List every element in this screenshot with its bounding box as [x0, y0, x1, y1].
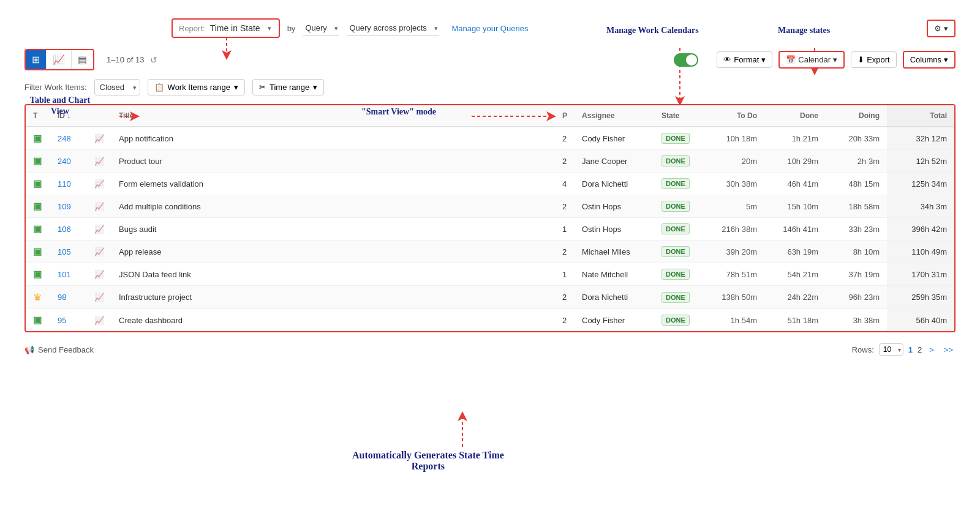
row-chart-icon[interactable]: 📈: [94, 157, 104, 166]
cell-chart-icon[interactable]: 📈: [87, 195, 111, 218]
cell-id[interactable]: 240: [50, 150, 87, 173]
state-badge: DONE: [662, 269, 690, 280]
cell-done: 146h 41m: [764, 218, 826, 241]
col-chart: [87, 105, 111, 127]
query-select[interactable]: Query: [303, 21, 339, 35]
columns-label: Columns: [910, 55, 941, 64]
cell-state: DONE: [654, 150, 703, 173]
smart-view-area: [674, 53, 698, 67]
cell-priority: 2: [555, 309, 575, 332]
state-badge: DONE: [662, 155, 690, 166]
cell-chart-icon[interactable]: 📈: [87, 218, 111, 241]
cell-id[interactable]: 95: [50, 309, 87, 332]
cell-id[interactable]: 248: [50, 127, 87, 150]
row-chart-icon[interactable]: 📈: [94, 134, 104, 143]
col-id[interactable]: ID ↓: [50, 105, 87, 127]
status-filter[interactable]: Closed Open All: [94, 79, 140, 95]
cell-todo: 216h 38m: [703, 218, 764, 241]
cell-assignee: Ostin Hops: [575, 195, 654, 218]
cell-chart-icon[interactable]: 📈: [87, 263, 111, 286]
report-select-wrapper[interactable]: Time in State: [210, 23, 273, 33]
page-2[interactable]: 2: [918, 345, 922, 354]
cell-state: DONE: [654, 218, 703, 241]
table-row: ▣ 105 📈 App release 2 Michael Miles DONE…: [26, 241, 954, 263]
row-chart-icon[interactable]: 📈: [94, 270, 104, 279]
last-page-btn[interactable]: >>: [941, 344, 956, 356]
status-filter-wrapper[interactable]: Closed Open All: [94, 79, 140, 95]
rows-per-page-select[interactable]: 10 25 50: [879, 343, 903, 356]
cell-id[interactable]: 106: [50, 218, 87, 241]
count-label: 1–10 of 13: [107, 55, 144, 64]
manage-queries-link[interactable]: Manage your Queries: [451, 24, 528, 33]
format-btn[interactable]: 👁 Format ▾: [717, 51, 772, 68]
cell-doing: 33h 23m: [826, 218, 887, 241]
next-page-btn[interactable]: >: [927, 344, 937, 356]
cell-assignee: Dora Nichetti: [575, 286, 654, 309]
export-btn[interactable]: ⬇ Export: [851, 51, 897, 68]
feedback-btn[interactable]: 📢 Send Feedback: [24, 345, 94, 354]
cell-total: 56h 40m: [887, 309, 954, 332]
page-wrapper: 3 Report Types 3 Report Types Table and …: [0, 0, 980, 508]
rows-label: Rows:: [852, 345, 874, 354]
row-chart-icon[interactable]: 📈: [94, 247, 104, 256]
work-items-range-btn[interactable]: 📋 Work Items range ▾: [148, 79, 245, 95]
feedback-label: Send Feedback: [38, 345, 94, 354]
row-chart-icon[interactable]: 📈: [94, 316, 104, 325]
cell-state: DONE: [654, 309, 703, 332]
manage-states-btn[interactable]: ⚙ ▾: [927, 20, 956, 37]
query-across-wrapper[interactable]: Query across projects: [347, 21, 439, 35]
refresh-icon[interactable]: ↺: [150, 55, 157, 65]
report-select[interactable]: Time in State: [210, 23, 273, 33]
time-range-label: Time range: [270, 83, 309, 92]
query-select-wrapper[interactable]: Query: [303, 21, 339, 35]
cell-priority: 4: [555, 173, 575, 195]
cell-title: JSON Data feed link: [111, 263, 555, 286]
cell-done: 24h 22m: [764, 286, 826, 309]
calendar-btn[interactable]: 📅 Calendar ▾: [778, 51, 845, 69]
cell-id[interactable]: 98: [50, 286, 87, 309]
cell-total: 396h 42m: [887, 218, 954, 241]
cell-id[interactable]: 105: [50, 241, 87, 263]
col-p: P: [555, 105, 575, 127]
table-row: ▣ 248 📈 App notification 2 Cody Fisher D…: [26, 127, 954, 150]
cell-done: 15h 10m: [764, 195, 826, 218]
cell-id[interactable]: 110: [50, 173, 87, 195]
columns-btn[interactable]: Columns ▾: [903, 51, 956, 69]
rows-per-page-wrapper[interactable]: 10 25 50: [879, 343, 903, 356]
cell-chart-icon[interactable]: 📈: [87, 309, 111, 332]
row-chart-icon[interactable]: 📈: [94, 179, 104, 189]
cell-total: 125h 34m: [887, 173, 954, 195]
smart-view-toggle[interactable]: [674, 53, 698, 67]
calendar-dropdown-arrow: ▾: [833, 55, 837, 64]
state-badge: DONE: [662, 201, 690, 212]
cell-type: ▣: [26, 195, 50, 218]
table-view-btn[interactable]: ▤: [72, 50, 93, 69]
cell-state: DONE: [654, 241, 703, 263]
chart-view-btn[interactable]: 📈: [47, 50, 72, 69]
cell-chart-icon[interactable]: 📈: [87, 173, 111, 195]
cell-todo: 1h 54m: [703, 309, 764, 332]
cell-done: 1h 21m: [764, 127, 826, 150]
row-chart-icon[interactable]: 📈: [94, 293, 104, 302]
top-right-actions: ⚙ ▾: [927, 20, 956, 37]
cell-title: Create dashboard: [111, 309, 555, 332]
cell-id[interactable]: 109: [50, 195, 87, 218]
report-selector-box: Report: Time in State: [172, 18, 280, 38]
cell-chart-icon[interactable]: 📈: [87, 241, 111, 263]
query-across-select[interactable]: Query across projects: [347, 21, 439, 35]
cell-chart-icon[interactable]: 📈: [87, 127, 111, 150]
time-range-btn[interactable]: ✂ Time range ▾: [252, 79, 324, 95]
story-icon: ▣: [33, 133, 42, 143]
row-chart-icon[interactable]: 📈: [94, 225, 104, 234]
cell-type: ▣: [26, 309, 50, 332]
feedback-icon: 📢: [24, 345, 34, 354]
cell-chart-icon[interactable]: 📈: [87, 150, 111, 173]
cell-chart-icon[interactable]: 📈: [87, 286, 111, 309]
cell-id[interactable]: 101: [50, 263, 87, 286]
cell-done: 51h 18m: [764, 309, 826, 332]
row-chart-icon[interactable]: 📈: [94, 202, 104, 211]
page-1[interactable]: 1: [908, 345, 913, 354]
report-label: Report:: [179, 24, 205, 33]
eye-icon: 👁: [723, 55, 731, 64]
grid-view-btn[interactable]: ⊞: [26, 50, 47, 69]
